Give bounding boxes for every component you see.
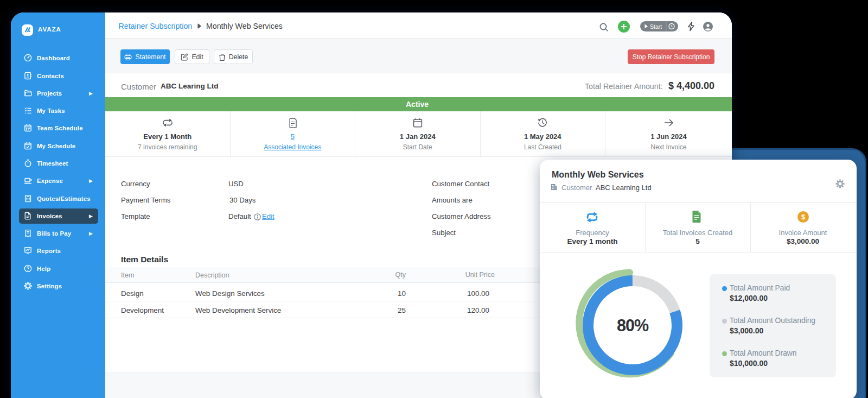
svg-text:$: $	[801, 213, 806, 221]
